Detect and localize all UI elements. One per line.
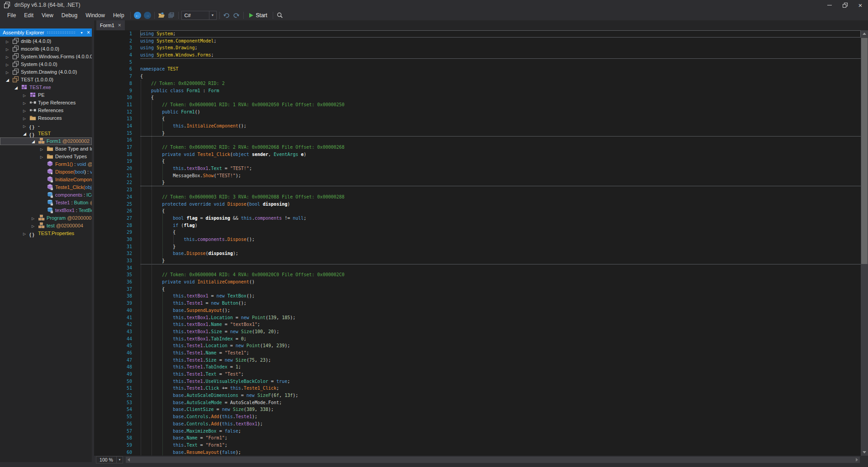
expander-collapsed-icon[interactable]: ▷ [23,115,29,122]
tree-item[interactable]: Teste1 : Button @04000002 [0,199,92,207]
open-file-button[interactable] [157,10,166,20]
code-line[interactable]: if (flag) [140,222,861,229]
tree-item[interactable]: ▷test @02000004 [0,222,92,230]
expander-expanded-icon[interactable]: ◢ [32,138,38,145]
tree-item[interactable]: Dispose(bool) : void @06000003 [0,168,92,176]
code-line[interactable]: { [140,115,861,123]
code-line[interactable]: // Token: 0x06000004 RID: 4 RVA: 0x00002… [140,271,861,278]
assembly-explorer-header[interactable]: Assembly Explorer ▼ × [0,28,92,37]
tree-item[interactable]: ▷Type References [0,99,92,107]
tree-item[interactable]: ◢{ }TEST [0,130,92,137]
code-line[interactable]: base.AutoScaleMode = AutoScaleMode.Font; [140,399,861,406]
expander-collapsed-icon[interactable]: ▷ [23,92,29,99]
tree-item[interactable]: components : IContainer @04000001 [0,191,92,199]
code-line[interactable] [140,59,861,66]
code-line[interactable]: this.Teste1.Name = "Teste1"; [140,349,861,357]
code-line[interactable]: this.Teste1.Location = new Point(149, 23… [140,342,861,349]
expander-collapsed-icon[interactable]: ▷ [6,38,12,45]
code-line[interactable]: private void Teste1_Click(object sender,… [140,151,861,158]
tree-item[interactable]: ▷{ }TEST.Properties [0,230,92,237]
code-line[interactable]: this.Teste1 = new Button(); [140,300,861,307]
code-line[interactable]: MessageBox.Show("TEST!"); [140,172,861,179]
code-line[interactable]: this.Teste1.Size = new Size(75, 23); [140,357,861,364]
expander-expanded-icon[interactable]: ◢ [6,76,12,84]
code-line[interactable]: using System.ComponentModel; [140,38,861,45]
code-line[interactable] [140,186,861,193]
code-line[interactable] [140,137,861,144]
code-line[interactable]: this.textBox1 = new TextBox(); [140,292,861,300]
code-line[interactable]: base.ClientSize = new Size(389, 338); [140,406,861,413]
code-line[interactable]: bool flag = disposing && this.components… [140,215,861,222]
scroll-down-icon[interactable] [863,451,866,453]
code-line[interactable]: using System; [140,30,861,38]
code-line[interactable]: base.ResumeLayout(false); [140,449,861,456]
panel-close-icon[interactable]: × [85,29,92,36]
code-line[interactable]: base.SuspendLayout(); [140,307,861,314]
navigate-back-button[interactable]: ← [133,10,142,20]
expander-collapsed-icon[interactable]: ▷ [23,230,29,237]
navigate-forward-button[interactable]: → [142,10,152,20]
code-line[interactable]: } [140,257,861,264]
tree-item[interactable]: ▷System.Drawing (4.0.0.0) [0,68,92,76]
code-line[interactable]: { [140,286,861,293]
expander-collapsed-icon[interactable]: ▷ [32,215,38,222]
code-line[interactable]: // Token: 0x06000003 RID: 3 RVA: 0x00002… [140,193,861,201]
tree-item[interactable]: ▷References [0,107,92,114]
code-line[interactable]: namespace TEST [140,66,861,73]
expander-collapsed-icon[interactable]: ▷ [23,99,29,107]
editor-vertical-scrollbar[interactable] [861,30,868,456]
code-line[interactable]: { [140,158,861,165]
tree-item[interactable]: ▷PE [0,91,92,99]
menu-item-window[interactable]: Window [81,11,109,20]
code-line[interactable]: this.Teste1.Click += this.Teste1_Click; [140,385,861,392]
editor-horizontal-scrollbar[interactable] [126,457,860,463]
redo-button[interactable] [232,10,242,20]
expander-collapsed-icon[interactable]: ▷ [32,222,38,230]
tree-item[interactable]: ▷Base Type and Interfaces [0,145,92,153]
tree-item[interactable]: textBox1 : TextBox @04000003 [0,207,92,214]
code-line[interactable]: this.Teste1.Text = "Test"; [140,371,861,378]
tree-item[interactable]: ▷Resources [0,114,92,122]
tree-item[interactable]: ▷System.Windows.Forms (4.0.0.0) [0,53,92,61]
undo-button[interactable] [222,10,232,20]
menu-item-file[interactable]: File [3,11,20,20]
code-line[interactable]: { [140,229,861,236]
code-line[interactable]: base.MaximizeBox = false; [140,428,861,435]
code-line[interactable]: } [140,243,861,250]
menu-item-view[interactable]: View [38,11,57,20]
code-line[interactable]: protected override void Dispose(bool dis… [140,201,861,208]
code-line[interactable]: private void InitializeComponent() [140,278,861,286]
tree-item[interactable]: ▷Program @02000003 [0,214,92,222]
close-button[interactable]: × [853,0,868,10]
tree-item[interactable]: Teste1_Click(object, EventArgs) : void @… [0,184,92,191]
expander-collapsed-icon[interactable]: ▷ [6,46,12,53]
scroll-left-icon[interactable] [128,458,130,462]
panel-menu-chevron-icon[interactable]: ▼ [78,29,85,36]
code-line[interactable]: // Token: 0x06000001 RID: 1 RVA: 0x00002… [140,101,861,108]
tree-item[interactable]: ▷Derived Types [0,153,92,160]
tab-form1[interactable]: Form1 × [96,20,125,30]
expander-collapsed-icon[interactable]: ▷ [6,69,12,76]
chevron-down-icon[interactable]: ▼ [209,11,216,19]
tree-item[interactable]: ▷{ }- [0,122,92,130]
minimize-button[interactable] [822,0,837,10]
scrollbar-thumb[interactable] [861,38,868,264]
code-line[interactable]: this.InitializeComponent(); [140,123,861,130]
code-line[interactable]: { [140,73,861,80]
code-line[interactable]: this.textBox1.TabIndex = 0; [140,335,861,343]
code-line[interactable]: this.textBox1.Name = "textBox1"; [140,321,861,328]
expander-collapsed-icon[interactable]: ▷ [6,53,12,61]
code-line[interactable]: this.textBox1.Size = new Size(100, 20); [140,328,861,335]
code-line[interactable]: this.Teste1.UseVisualStyleBackColor = tr… [140,378,861,385]
code-line[interactable]: { [140,94,861,101]
tree-item[interactable]: ▷mscorlib (4.0.0.0) [0,45,92,53]
code-line[interactable]: } [140,130,861,137]
code-line[interactable]: // Token: 0x02000002 RID: 2 [140,80,861,87]
expander-collapsed-icon[interactable]: ▷ [40,146,47,153]
tree-item[interactable]: ▷dnlib (4.4.0.0) [0,38,92,45]
code-line[interactable]: using System.Windows.Forms; [140,52,861,59]
search-button[interactable] [275,10,285,20]
save-all-button[interactable] [166,10,176,20]
menu-item-edit[interactable]: Edit [20,11,38,20]
code-line[interactable]: public class Form1 : Form [140,87,861,94]
